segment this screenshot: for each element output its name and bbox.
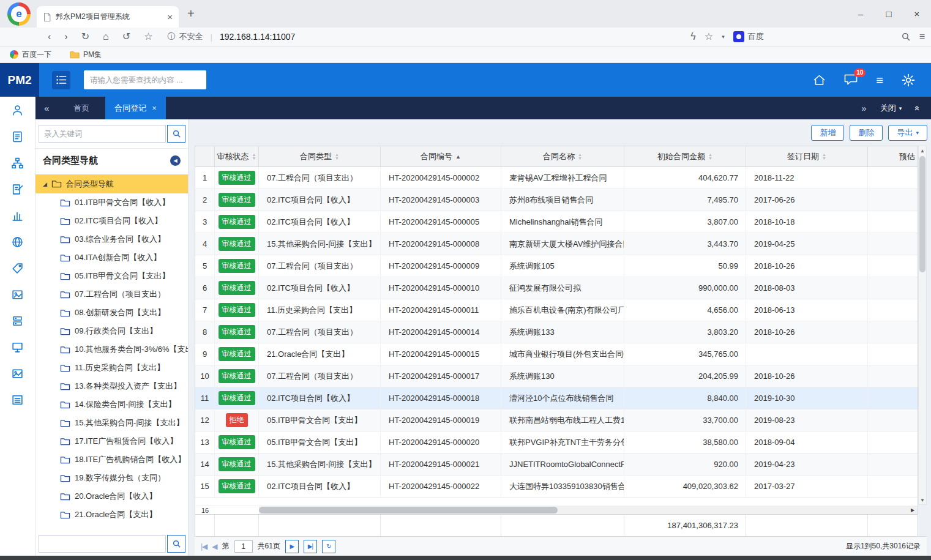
header-sign-date[interactable]: 签订日期 [746,146,868,166]
tree-item[interactable]: 17.ITE广告租赁合同【收入】 [36,432,188,450]
prev-page-icon[interactable]: ◀ [212,542,217,551]
tabs-scroll-right-icon[interactable]: » [861,103,866,113]
contacts-icon[interactable] [11,104,24,117]
flash-icon[interactable]: ϟ [690,32,695,42]
table-row[interactable]: 4 审核通过 15.其他采购合同-间接【支出】 HT-20200429145-0… [195,233,918,255]
header-contract-code[interactable]: 合同编号▲ [381,146,501,166]
sidebar-toggle-button[interactable] [52,71,70,89]
close-tabs-menu[interactable]: 关闭 ▾ [880,103,902,114]
window-close-icon[interactable]: × [903,0,931,28]
orgchart-icon[interactable] [11,157,24,170]
monitor-icon[interactable] [11,341,24,354]
table-row[interactable]: 1 审核通过 07.工程合同（项目支出） HT-20200429145-0000… [195,167,918,189]
browser-logo-icon[interactable]: e [7,2,31,26]
global-search-input[interactable] [84,70,206,89]
tab-home[interactable]: 首页 [58,103,105,114]
horizontal-scrollbar-thumb[interactable] [259,507,558,513]
list-icon[interactable] [11,394,24,406]
tree-expand-icon[interactable]: ◢ [43,181,47,187]
header-initial-amount[interactable]: 初始合同金额 [624,146,746,166]
tree-item[interactable]: 10.其他服务类合同-3%/6%【支出】 [36,340,188,359]
tabs-scroll-left-icon[interactable]: « [36,103,58,113]
tree-item[interactable]: 05.ITB甲骨文合同【支出】 [36,267,188,285]
tab-close-icon[interactable]: × [152,103,157,113]
tree-item[interactable]: 18.ITE广告机购销合同【收入】 [36,450,188,469]
tree-item[interactable]: 15.其他采购合同-间接【支出】 [36,414,188,432]
table-row[interactable]: 14 审核通过 15.其他采购合同-间接【支出】 HT-20200429145-… [195,454,918,476]
tree-item[interactable]: 19.数字传媒分包（支同） [36,469,188,487]
first-page-icon[interactable]: |◀ [201,542,207,551]
horizontal-scrollbar[interactable] [259,506,908,514]
table-row[interactable]: 13 审核通过 05.ITB甲骨文合同【支出】 HT-20200429145-0… [195,431,918,454]
table-row[interactable]: 11 审核通过 02.ITC项目合同【收入】 HT-20200429145-00… [195,387,918,409]
server-icon[interactable] [11,315,24,327]
table-row[interactable]: 5 审核通过 07.工程合同（项目支出） HT-20200429145-0000… [195,255,918,277]
favorite-star-icon[interactable]: ☆ [144,32,152,42]
refresh-button[interactable]: ↻ [322,540,335,553]
bookmark-star-icon[interactable]: ☆ [705,32,713,42]
tree-item[interactable]: 03.综合业务合同【收入】 [36,230,188,248]
tree-item[interactable]: 21.Oracle合同【支出】 [36,506,188,524]
table-row[interactable]: 8 审核通过 07.工程合同（项目支出） HT-20200429145-0000… [195,321,918,343]
tree-item[interactable]: 11.历史采购合同【支出】 [36,359,188,377]
settings-gear-icon[interactable] [902,73,915,87]
keyword-search-button[interactable] [167,125,185,143]
baidu-icon[interactable] [733,31,744,42]
tag-icon[interactable] [11,262,24,275]
header-contract-type[interactable]: 合同类型 [259,146,381,166]
table-row[interactable]: 10 审核通过 07.工程合同（项目支出） HT-20200429145-000… [195,365,918,387]
next-page-button[interactable]: ▶ [285,540,299,553]
browser-tab[interactable]: 邦永PM2项目管理系统 × [37,6,179,28]
security-indicator[interactable]: ⓘ 不安全 | 192.168.1.14:11007 [167,31,295,42]
bookmark-caret-icon[interactable]: ▾ [722,34,725,40]
bookmark-baidu[interactable]: 百度一下 [10,50,51,60]
minimize-icon[interactable]: – [847,0,875,28]
form-icon[interactable] [11,130,24,143]
keyword-search-input[interactable] [39,125,166,143]
table-row[interactable]: 9 审核通过 21.Oracle合同【支出】 HT-20200429145-00… [195,343,918,365]
page-number-input[interactable] [234,540,253,553]
tree-item[interactable]: 01.ITB甲骨文合同【收入】 [36,193,188,212]
tree-item[interactable]: 08.创新研发合同【支出】 [36,304,188,322]
back-icon[interactable]: ‹ [48,32,51,42]
frame-icon[interactable] [11,288,24,301]
tree-item[interactable]: 09.行政类合同【支出】 [36,322,188,340]
table-row[interactable]: 12 拒绝 05.ITB甲骨文合同【支出】 HT-20200429145-000… [195,409,918,431]
last-page-button[interactable]: ▶| [304,540,317,553]
table-row[interactable]: 15 审核通过 02.ITC项目合同【收入】 HT-20200429145-00… [195,476,918,498]
app-home-icon[interactable] [813,74,826,86]
tree-item[interactable]: 20.Oracle合同【收入】 [36,487,188,506]
scroll-up-icon[interactable]: ▲ [920,146,925,155]
home-icon[interactable]: ⌂ [103,32,109,42]
undo-icon[interactable]: ↺ [122,32,130,42]
header-contract-name[interactable]: 合同名称 [501,146,624,166]
browser-menu-icon[interactable]: ≡ [919,32,925,42]
scroll-right-icon[interactable]: ▶ [908,506,918,514]
forward-icon[interactable]: › [64,32,67,42]
vertical-scrollbar[interactable]: ▲ ▼ [918,146,927,505]
tab-close-icon[interactable]: × [167,12,173,22]
new-tab-button[interactable]: + [187,7,195,21]
tree-root[interactable]: ◢ 合同类型导航 [36,174,188,193]
messages-icon[interactable]: 10 [844,74,858,86]
globe-icon[interactable] [11,236,24,248]
vertical-scrollbar-thumb[interactable] [919,156,925,272]
tree-item[interactable]: 04.ITA创新合同【收入】 [36,248,188,267]
export-button[interactable]: 导出▾ [888,125,927,141]
tree-item[interactable]: 07.工程合同（项目支出） [36,285,188,304]
table-row[interactable]: 2 审核通过 02.ITC项目合同【收入】 HT-20200429145-000… [195,189,918,211]
tree-item[interactable]: 14.保险类合同-间接【支出】 [36,395,188,414]
tab-contract-register[interactable]: 合同登记 × [105,97,166,119]
collapse-header-icon[interactable]: « [913,106,922,111]
tree-filter-search-button[interactable] [167,535,185,553]
bookmark-pm-folder[interactable]: PM集 [70,50,102,60]
add-button[interactable]: 新增 [811,125,844,141]
panel-collapse-icon[interactable]: ◀ [170,155,181,166]
tree-item[interactable]: 13.各种类型投入资产【支出】 [36,377,188,395]
search-icon[interactable] [901,32,911,42]
tree-item[interactable]: 02.ITC项目合同【收入】 [36,212,188,230]
table-row[interactable]: 3 审核通过 02.ITC项目合同【收入】 HT-20200429145-000… [195,211,918,233]
maximize-icon[interactable]: □ [875,0,903,28]
delete-button[interactable]: 删除 [850,125,883,141]
image-icon[interactable] [11,367,24,380]
